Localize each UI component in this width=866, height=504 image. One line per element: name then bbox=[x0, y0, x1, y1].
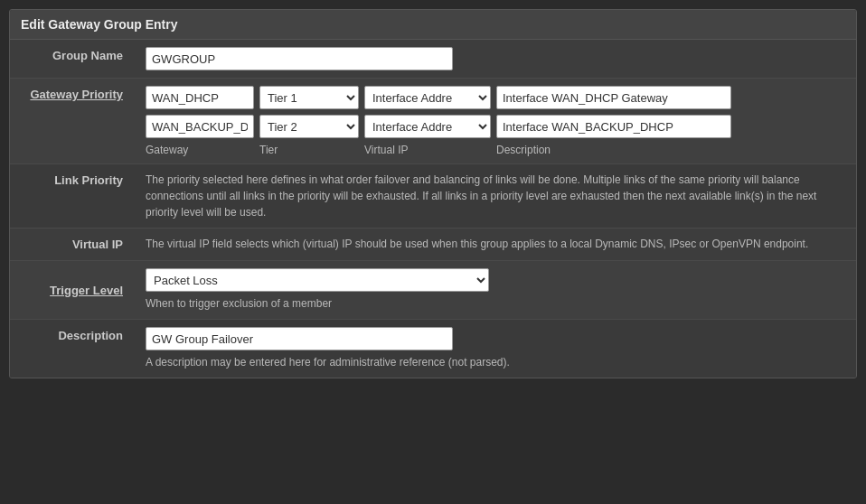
group-name-input[interactable] bbox=[146, 47, 453, 70]
group-name-label: Group Name bbox=[10, 40, 136, 79]
virtual-ip-label: Virtual IP bbox=[10, 229, 136, 261]
description-input[interactable] bbox=[146, 327, 453, 350]
link-priority-text: The priority selected here defines in wh… bbox=[146, 172, 847, 220]
trigger-level-cell: Member down Packet Loss High Latency Pac… bbox=[136, 261, 856, 320]
link-priority-row: Link Priority The priority selected here… bbox=[10, 164, 856, 229]
link-priority-label: Link Priority bbox=[10, 164, 136, 229]
virtual-ip-text: The virtual IP field selects which (virt… bbox=[146, 236, 847, 252]
trigger-level-row: Trigger Level Member down Packet Loss Hi… bbox=[10, 261, 856, 320]
virtual-ip-row: Virtual IP The virtual IP field selects … bbox=[10, 229, 856, 261]
gw-desc-0 bbox=[496, 86, 731, 109]
gw-desc-1 bbox=[496, 115, 731, 138]
col-header-tier: Tier bbox=[259, 144, 359, 156]
gateway-name-1[interactable] bbox=[146, 115, 254, 138]
trigger-level-select[interactable]: Member down Packet Loss High Latency Pac… bbox=[146, 268, 489, 292]
gateway-name-0[interactable] bbox=[146, 86, 254, 109]
col-header-gateway: Gateway bbox=[146, 144, 254, 156]
column-headers: Gateway Tier Virtual IP Description bbox=[146, 144, 847, 156]
tier-select-1[interactable]: Tier 1 Tier 2 Tier 3 bbox=[259, 115, 359, 138]
gateway-row-0: Tier 1 Tier 2 Tier 3 Tier 4 Tier 5 Inter… bbox=[146, 86, 847, 109]
trigger-level-label: Trigger Level bbox=[10, 261, 136, 320]
gateway-row-1: Tier 1 Tier 2 Tier 3 Interface Addre bbox=[146, 115, 847, 138]
virtual-ip-cell: The virtual IP field selects which (virt… bbox=[136, 229, 856, 261]
gateway-priority-label: Gateway Priority bbox=[10, 79, 136, 164]
panel-title: Edit Gateway Group Entry bbox=[10, 10, 856, 40]
description-hint: A description may be entered here for ad… bbox=[146, 354, 847, 370]
form-table: Group Name Gateway Priority Tier 1 Tier … bbox=[10, 40, 856, 378]
gateway-priority-row: Gateway Priority Tier 1 Tier 2 Tier 3 Ti… bbox=[10, 79, 856, 164]
col-header-description: Description bbox=[496, 144, 695, 156]
group-name-cell bbox=[136, 40, 856, 79]
vip-select-1[interactable]: Interface Addre bbox=[364, 115, 491, 138]
trigger-level-hint: When to trigger exclusion of a member bbox=[146, 295, 847, 312]
tier-select-0[interactable]: Tier 1 Tier 2 Tier 3 Tier 4 Tier 5 bbox=[259, 86, 359, 109]
vip-select-0[interactable]: Interface Addre bbox=[364, 86, 491, 109]
col-header-virtual-ip: Virtual IP bbox=[364, 144, 491, 156]
edit-panel: Edit Gateway Group Entry Group Name Gate… bbox=[9, 9, 857, 378]
gateway-priority-cell: Tier 1 Tier 2 Tier 3 Tier 4 Tier 5 Inter… bbox=[136, 79, 856, 164]
description-cell: A description may be entered here for ad… bbox=[136, 320, 856, 378]
description-label: Description bbox=[10, 320, 136, 378]
description-row: Description A description may be entered… bbox=[10, 320, 856, 378]
link-priority-cell: The priority selected here defines in wh… bbox=[136, 164, 856, 229]
group-name-row: Group Name bbox=[10, 40, 856, 79]
